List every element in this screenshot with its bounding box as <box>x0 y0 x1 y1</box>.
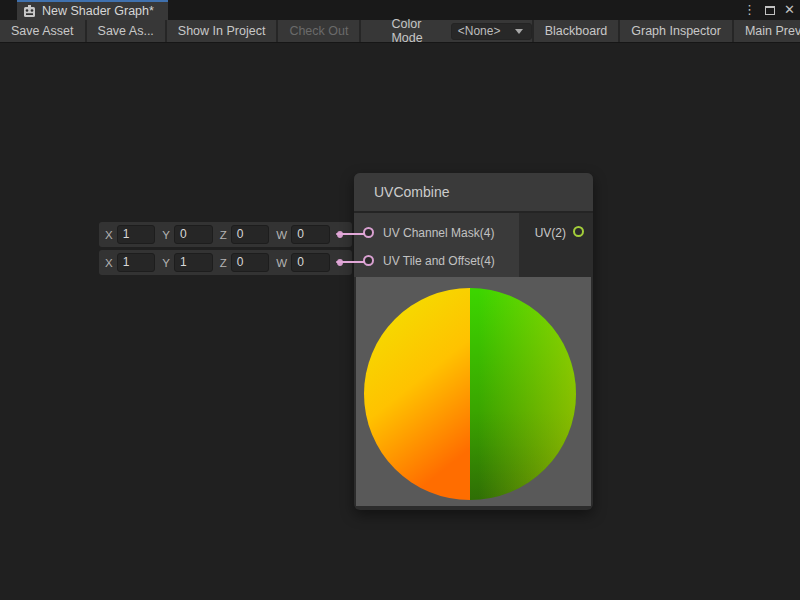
input-port-row: UV Tile and Offset(4) <box>354 247 519 274</box>
node-input-ports: UV Channel Mask(4) UV Tile and Offset(4) <box>354 213 519 277</box>
show-in-project-button[interactable]: Show In Project <box>167 20 279 42</box>
close-icon[interactable]: ✕ <box>784 0 795 20</box>
node-title: UVCombine <box>374 184 449 200</box>
tab-title: New Shader Graph* <box>42 4 154 18</box>
w-field[interactable]: 0 <box>291 225 330 244</box>
w-label: W <box>276 257 287 269</box>
vector4-input-widget-2[interactable]: X 1 Y 1 Z 0 W 0 <box>99 250 352 275</box>
uv-output-port[interactable] <box>573 226 584 237</box>
color-mode-label: Color Mode <box>391 17 441 45</box>
y-field[interactable]: 1 <box>174 253 213 272</box>
y-label: Y <box>162 229 170 241</box>
edge-wire-2[interactable] <box>336 261 365 263</box>
input-port-row: UV Channel Mask(4) <box>354 219 519 246</box>
z-label: Z <box>220 257 227 269</box>
y-field[interactable]: 0 <box>174 225 213 244</box>
x-label: X <box>105 257 113 269</box>
color-mode-dropdown[interactable]: <None> <box>451 23 532 40</box>
x-field[interactable]: 1 <box>117 225 156 244</box>
preview-sphere <box>356 277 591 506</box>
shader-graph-icon <box>23 5 36 18</box>
x-field[interactable]: 1 <box>117 253 156 272</box>
node-output-ports: UV(2) <box>519 213 593 277</box>
chevron-down-icon <box>515 29 523 34</box>
input-port-label: UV Channel Mask(4) <box>383 226 494 240</box>
save-asset-button[interactable]: Save Asset <box>0 20 87 42</box>
save-as-button[interactable]: Save As... <box>87 20 167 42</box>
toolbar: Save Asset Save As... Show In Project Ch… <box>0 20 800 43</box>
w-field[interactable]: 0 <box>291 253 330 272</box>
vector4-input-widget-1[interactable]: X 1 Y 0 Z 0 W 0 <box>99 222 352 247</box>
input-port-label: UV Tile and Offset(4) <box>383 254 495 268</box>
window-controls: ⋮ ✕ <box>743 0 795 20</box>
node-header[interactable]: UVCombine <box>354 173 593 213</box>
tab-new-shader-graph[interactable]: New Shader Graph* <box>17 0 168 20</box>
more-icon[interactable]: ⋮ <box>743 0 756 20</box>
check-out-button[interactable]: Check Out <box>278 20 361 42</box>
z-field[interactable]: 0 <box>231 225 270 244</box>
node-preview <box>356 277 591 506</box>
node-body: UV Channel Mask(4) UV Tile and Offset(4)… <box>354 213 593 277</box>
color-mode-group: Color Mode <None> <box>391 20 531 42</box>
z-field[interactable]: 0 <box>231 253 270 272</box>
shader-graph-window: New Shader Graph* ⋮ ✕ Save Asset Save As… <box>0 0 800 600</box>
x-label: X <box>105 229 113 241</box>
z-label: Z <box>220 229 227 241</box>
y-label: Y <box>162 257 170 269</box>
w-label: W <box>276 229 287 241</box>
main-preview-button[interactable]: Main Preview <box>732 20 800 42</box>
color-mode-selected-value: <None> <box>458 24 515 38</box>
maximize-icon[interactable] <box>765 6 775 15</box>
graph-inspector-button[interactable]: Graph Inspector <box>618 20 732 42</box>
blackboard-button[interactable]: Blackboard <box>532 20 619 42</box>
toolbar-right-group: Blackboard Graph Inspector Main Preview <box>532 20 800 42</box>
graph-canvas[interactable]: X 1 Y 0 Z 0 W 0 X 1 Y 1 Z 0 W 0 U <box>0 43 800 600</box>
output-port-label: UV(2) <box>535 226 566 240</box>
edge-wire-1[interactable] <box>336 233 365 235</box>
uvcombine-node[interactable]: UVCombine UV Channel Mask(4) UV Tile and… <box>354 173 593 510</box>
